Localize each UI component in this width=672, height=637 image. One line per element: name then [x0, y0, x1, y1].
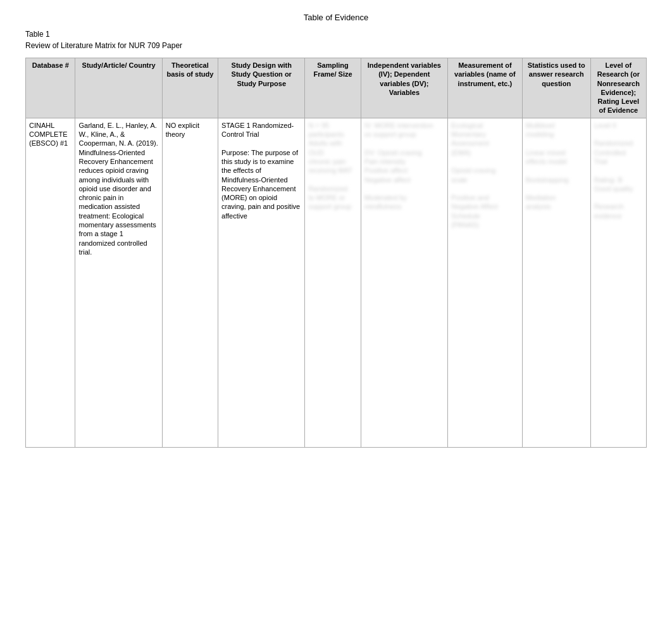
table-caption: Review of Literature Matrix for NUR 709 …	[25, 41, 647, 50]
table-label: Table 1	[25, 30, 647, 39]
cell-statistics: Multilevel modeling Linear mixed effects…	[522, 118, 590, 447]
cell-level: Level II Randomized Controlled Trial Rat…	[590, 118, 646, 447]
cell-variables: IV: MORE intervention vs support group D…	[361, 118, 447, 447]
cell-theoretical: NO explicit theory	[162, 118, 218, 447]
table-row: CINAHL COMPLETE (EBSCO) #1 Garland, E. L…	[26, 118, 647, 447]
cell-sampling: N = 95 participants Adults with OUD chro…	[305, 118, 361, 447]
header-sampling: Sampling Frame/ Size	[305, 58, 361, 118]
cell-measurement: Ecological Momentary Assessment (EMA) Op…	[448, 118, 523, 447]
cell-design: STAGE 1 Randomized-Control Trial Purpose…	[218, 118, 305, 447]
design-text: STAGE 1 Randomized-Control Trial	[221, 122, 294, 138]
header-study: Study/Article/ Country	[75, 58, 162, 118]
cell-database: CINAHL COMPLETE (EBSCO) #1	[26, 118, 75, 447]
evidence-table: Database # Study/Article/ Country Theore…	[25, 58, 647, 448]
header-statistics: Statistics used to answer research quest…	[522, 58, 590, 118]
header-theoretical: Theoretical basis of study	[162, 58, 218, 118]
page-title: Table of Evidence	[25, 13, 647, 22]
header-level: Level of Research (or Nonresearch Eviden…	[590, 58, 646, 118]
cell-study: Garland, E. L., Hanley, A. W., Kline, A.…	[75, 118, 162, 447]
header-database: Database #	[26, 58, 75, 118]
header-variables: Independent variables (IV); Dependent va…	[361, 58, 447, 118]
purpose-text: Purpose: The purpose of this study is to…	[221, 149, 300, 220]
header-row: Database # Study/Article/ Country Theore…	[26, 58, 647, 118]
header-measurement: Measurement of variables (name of instru…	[448, 58, 523, 118]
header-design: Study Design with Study Question or Stud…	[218, 58, 305, 118]
